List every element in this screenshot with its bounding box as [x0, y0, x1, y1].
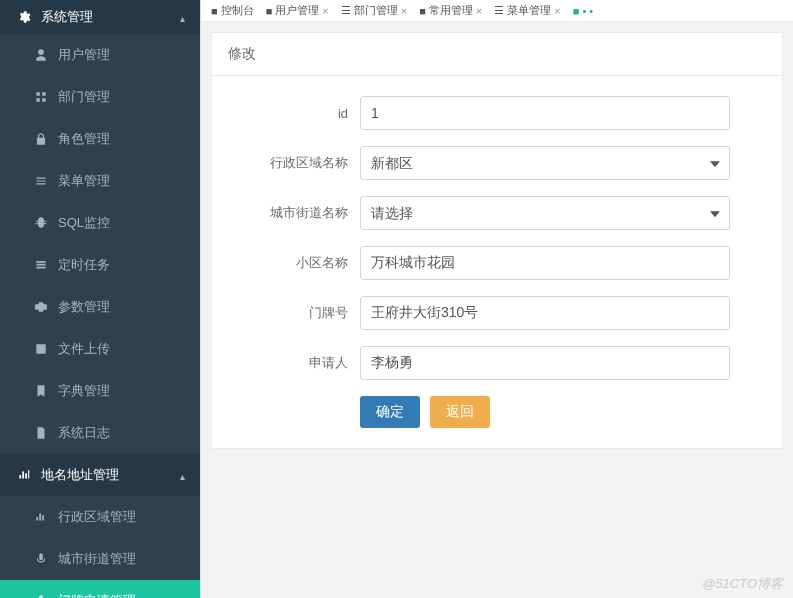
sidebar-item-label: 行政区域管理 [58, 508, 136, 526]
sidebar-item-label: 城市街道管理 [58, 550, 136, 568]
sidebar: 系统管理 用户管理 部门管理 角色管理 菜单管理 SQL监控 定时任务 [0, 0, 201, 598]
sidebar-item-cron[interactable]: 定时任务 [0, 244, 200, 286]
bookmark-icon [32, 384, 50, 398]
sidebar-item-label: 菜单管理 [58, 172, 110, 190]
applicant-label: 申请人 [228, 354, 348, 372]
sidebar-group-address[interactable]: 地名地址管理 [0, 454, 200, 496]
sidebar-item-params[interactable]: 参数管理 [0, 286, 200, 328]
chevron-up-icon [180, 468, 185, 483]
chart-icon [15, 468, 33, 482]
sidebar-item-label: 角色管理 [58, 130, 110, 148]
sidebar-item-dept[interactable]: 部门管理 [0, 76, 200, 118]
mic-icon [32, 552, 50, 566]
chart-icon [32, 510, 50, 524]
sidebar-group-label: 系统管理 [41, 8, 93, 26]
chevron-up-icon [180, 10, 185, 25]
close-icon[interactable]: × [401, 5, 407, 17]
sidebar-item-door[interactable]: 门牌申请管理 [0, 580, 200, 598]
close-icon[interactable]: × [554, 5, 560, 17]
sidebar-item-label: 门牌申请管理 [58, 592, 136, 598]
bug-icon [32, 216, 50, 230]
sidebar-item-role[interactable]: 角色管理 [0, 118, 200, 160]
applicant-input[interactable] [360, 346, 730, 380]
street-select[interactable]: 请选择 [360, 196, 730, 230]
door-label: 门牌号 [228, 304, 348, 322]
gear-icon [15, 10, 33, 24]
door-input[interactable] [360, 296, 730, 330]
form-row-door: 门牌号 [228, 296, 766, 330]
lock-icon [32, 132, 50, 146]
community-label: 小区名称 [228, 254, 348, 272]
app-layout: 系统管理 用户管理 部门管理 角色管理 菜单管理 SQL监控 定时任务 [0, 0, 793, 598]
sidebar-item-label: 系统日志 [58, 424, 110, 442]
sidebar-item-log[interactable]: 系统日志 [0, 412, 200, 454]
back-button[interactable]: 返回 [430, 396, 490, 428]
tab[interactable]: ■ 常用管理 × [413, 1, 488, 20]
sidebar-item-region[interactable]: 行政区域管理 [0, 496, 200, 538]
form-row-applicant: 申请人 [228, 346, 766, 380]
sidebar-item-menu[interactable]: 菜单管理 [0, 160, 200, 202]
region-label: 行政区域名称 [228, 154, 348, 172]
sidebar-item-label: 部门管理 [58, 88, 110, 106]
cog-icon [32, 300, 50, 314]
tasks-icon [32, 258, 50, 272]
image-icon [32, 342, 50, 356]
list-icon [32, 174, 50, 188]
panel-title: 修改 [212, 33, 782, 76]
button-row: 确定 返回 [360, 396, 766, 428]
sidebar-item-street[interactable]: 城市街道管理 [0, 538, 200, 580]
sidebar-item-label: 用户管理 [58, 46, 110, 64]
sidebar-item-users[interactable]: 用户管理 [0, 34, 200, 76]
sidebar-item-label: 字典管理 [58, 382, 110, 400]
user-icon [32, 48, 50, 62]
mic-icon [32, 594, 50, 598]
sidebar-item-upload[interactable]: 文件上传 [0, 328, 200, 370]
sidebar-item-label: SQL监控 [58, 214, 110, 232]
tab[interactable]: ■ • • [567, 3, 599, 19]
sidebar-item-dict[interactable]: 字典管理 [0, 370, 200, 412]
sidebar-item-sql[interactable]: SQL监控 [0, 202, 200, 244]
sidebar-item-label: 参数管理 [58, 298, 110, 316]
street-label: 城市街道名称 [228, 204, 348, 222]
id-input[interactable] [360, 96, 730, 130]
edit-panel: 修改 id 行政区域名称 新都区 城市街道名称 [211, 32, 783, 449]
tab[interactable]: ■ 用户管理 × [260, 1, 335, 20]
form-row-id: id [228, 96, 766, 130]
form-row-community: 小区名称 [228, 246, 766, 280]
region-select[interactable]: 新都区 [360, 146, 730, 180]
sidebar-group-system[interactable]: 系统管理 [0, 0, 200, 34]
main-content: ■ 控制台 ■ 用户管理 × ☰ 部门管理 × ■ 常用管理 × ☰ 菜单管理 … [201, 0, 793, 598]
org-icon [32, 90, 50, 104]
tab[interactable]: ☰ 部门管理 × [335, 1, 413, 20]
tab[interactable]: ☰ 菜单管理 × [488, 1, 566, 20]
watermark: @51CTO博客 [702, 575, 783, 593]
community-input[interactable] [360, 246, 730, 280]
close-icon[interactable]: × [476, 5, 482, 17]
id-label: id [228, 106, 348, 121]
tab[interactable]: ■ 控制台 [205, 1, 260, 20]
tabs-bar: ■ 控制台 ■ 用户管理 × ☰ 部门管理 × ■ 常用管理 × ☰ 菜单管理 … [201, 0, 793, 22]
ok-button[interactable]: 确定 [360, 396, 420, 428]
panel-body: id 行政区域名称 新都区 城市街道名称 请选择 [212, 76, 782, 448]
close-icon[interactable]: × [322, 5, 328, 17]
sidebar-item-label: 文件上传 [58, 340, 110, 358]
form-row-region: 行政区域名称 新都区 [228, 146, 766, 180]
sidebar-item-label: 定时任务 [58, 256, 110, 274]
file-icon [32, 426, 50, 440]
form-row-street: 城市街道名称 请选择 [228, 196, 766, 230]
sidebar-group-label: 地名地址管理 [41, 466, 119, 484]
